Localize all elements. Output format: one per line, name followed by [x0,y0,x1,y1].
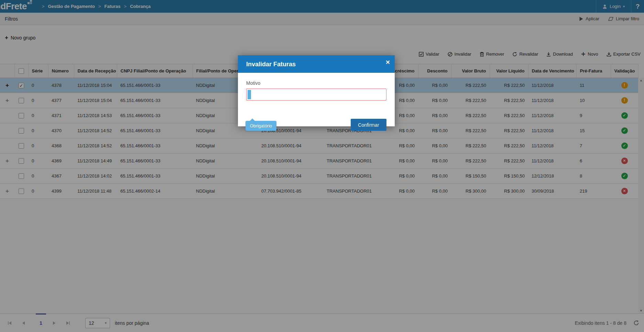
modal-body: Motivo Obrigatório Confirmar [238,73,395,126]
modal-header: Invalidar Faturas × [238,55,395,73]
modal-backdrop [0,0,644,332]
close-icon[interactable]: × [386,59,390,66]
modal-title: Invalidar Faturas [246,61,296,68]
confirm-button[interactable]: Confirmar [351,119,386,131]
motivo-label: Motivo [246,80,386,86]
motivo-input[interactable] [246,89,386,101]
text-cursor [248,90,251,99]
invalidar-faturas-modal: Invalidar Faturas × Motivo Obrigatório C… [238,55,395,126]
required-tooltip: Obrigatório [245,121,276,131]
